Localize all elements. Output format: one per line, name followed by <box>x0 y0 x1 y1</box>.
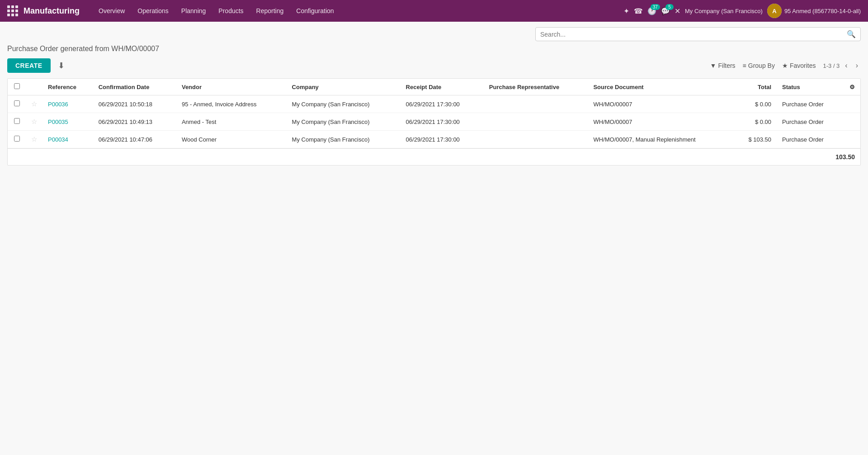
row-checkbox-cell[interactable] <box>8 131 26 148</box>
filters-button[interactable]: ▼ Filters <box>710 62 736 69</box>
chat-icon[interactable]: 💬 5 <box>661 7 670 15</box>
pagination-count: 1-3 / 3 <box>823 62 840 69</box>
data-table: Reference Confirmation Date Vendor Compa… <box>8 79 860 148</box>
row-star-cell[interactable]: ☆ <box>26 113 42 131</box>
row-company: My Company (San Francisco) <box>287 113 401 131</box>
main-content: 🔍 Purchase Order generated from WH/MO/00… <box>0 22 868 171</box>
row-star-cell[interactable]: ☆ <box>26 95 42 113</box>
nav-operations[interactable]: Operations <box>132 5 174 16</box>
nav-configuration[interactable]: Configuration <box>291 5 339 16</box>
col-header-company[interactable]: Company <box>287 79 401 95</box>
row-company: My Company (San Francisco) <box>287 131 401 148</box>
pagination: 1-3 / 3 ‹ › <box>823 61 861 71</box>
user-menu[interactable]: A 95 Anmed (8567780-14-0-all) <box>767 4 861 18</box>
company-name: My Company (San Francisco) <box>685 8 763 14</box>
table-row: ☆ P00036 06/29/2021 10:50:18 95 - Anmed,… <box>8 95 860 113</box>
bot-icon[interactable]: ✦ <box>623 7 629 15</box>
row-total: $ 0.00 <box>733 95 777 113</box>
favorite-star-icon[interactable]: ☆ <box>31 100 37 108</box>
favorites-button[interactable]: ★ Favorites <box>782 62 816 69</box>
row-purchase-rep <box>484 131 588 148</box>
filters-label: Filters <box>718 62 735 69</box>
nav-planning[interactable]: Planning <box>176 5 212 16</box>
favorite-header <box>26 79 42 95</box>
row-checkbox[interactable] <box>14 118 20 124</box>
nav-menu: Overview Operations Planning Products Re… <box>93 5 623 16</box>
row-confirmation-date: 06/29/2021 10:49:13 <box>93 113 176 131</box>
row-checkbox[interactable] <box>14 100 20 106</box>
row-status: Purchase Order <box>777 131 844 148</box>
table-row: ☆ P00035 06/29/2021 10:49:13 Anmed - Tes… <box>8 113 860 131</box>
row-reference[interactable]: P00036 <box>42 95 93 113</box>
groupby-icon: ≡ <box>743 62 746 69</box>
row-purchase-rep <box>484 95 588 113</box>
table-header-row: Reference Confirmation Date Vendor Compa… <box>8 79 860 95</box>
close-icon[interactable]: ✕ <box>675 7 680 15</box>
search-box[interactable]: 🔍 <box>535 27 861 41</box>
clock-icon[interactable]: 🕐 37 <box>647 7 656 15</box>
search-row: 🔍 <box>7 27 861 41</box>
row-source-doc: WH/MO/00007 <box>588 113 733 131</box>
select-all-header[interactable] <box>8 79 26 95</box>
row-settings <box>844 95 860 113</box>
apps-grid-icon[interactable] <box>7 5 18 16</box>
toolbar-left: CREATE ⬇ <box>7 58 68 73</box>
avatar: A <box>767 4 782 18</box>
row-reference[interactable]: P00034 <box>42 131 93 148</box>
col-header-total[interactable]: Total <box>733 79 777 95</box>
create-button[interactable]: CREATE <box>7 58 51 73</box>
group-by-button[interactable]: ≡ Group By <box>743 62 775 69</box>
row-settings <box>844 113 860 131</box>
toolbar-right: ▼ Filters ≡ Group By ★ Favorites 1-3 / 3… <box>710 61 861 71</box>
row-checkbox[interactable] <box>14 136 20 142</box>
row-company: My Company (San Francisco) <box>287 95 401 113</box>
row-confirmation-date: 06/29/2021 10:47:06 <box>93 131 176 148</box>
row-vendor: Anmed - Test <box>176 113 287 131</box>
col-header-vendor[interactable]: Vendor <box>176 79 287 95</box>
row-source-doc: WH/MO/00007, Manual Replenishment <box>588 131 733 148</box>
star-icon: ★ <box>782 62 788 69</box>
search-button[interactable]: 🔍 <box>847 30 856 38</box>
favorite-star-icon[interactable]: ☆ <box>31 118 37 125</box>
row-total: $ 0.00 <box>733 113 777 131</box>
export-button[interactable]: ⬇ <box>54 59 68 72</box>
topnav-right-area: ✦ ☎ 🕐 37 💬 5 ✕ My Company (San Francisco… <box>623 4 861 18</box>
row-status: Purchase Order <box>777 113 844 131</box>
nav-overview[interactable]: Overview <box>93 5 130 16</box>
col-header-status[interactable]: Status <box>777 79 844 95</box>
user-name: 95 Anmed (8567780-14-0-all) <box>784 8 861 14</box>
row-receipt-date: 06/29/2021 17:30:00 <box>401 131 484 148</box>
row-star-cell[interactable]: ☆ <box>26 131 42 148</box>
footer-total: 103.50 <box>835 153 855 161</box>
pagination-next[interactable]: › <box>853 61 861 71</box>
toolbar: CREATE ⬇ ▼ Filters ≡ Group By ★ Favorite… <box>7 58 861 73</box>
nav-products[interactable]: Products <box>213 5 249 16</box>
row-purchase-rep <box>484 113 588 131</box>
favorite-star-icon[interactable]: ☆ <box>31 135 37 143</box>
col-header-reference[interactable]: Reference <box>42 79 93 95</box>
row-receipt-date: 06/29/2021 17:30:00 <box>401 95 484 113</box>
nav-reporting[interactable]: Reporting <box>251 5 289 16</box>
table-row: ☆ P00034 06/29/2021 10:47:06 Wood Corner… <box>8 131 860 148</box>
row-checkbox-cell[interactable] <box>8 113 26 131</box>
search-input[interactable] <box>540 31 847 38</box>
pagination-prev[interactable]: ‹ <box>842 61 850 71</box>
clock-badge: 37 <box>651 4 660 10</box>
row-receipt-date: 06/29/2021 17:30:00 <box>401 113 484 131</box>
col-header-confirmation-date[interactable]: Confirmation Date <box>93 79 176 95</box>
phone-icon[interactable]: ☎ <box>634 7 643 15</box>
row-vendor: 95 - Anmed, Invoice Address <box>176 95 287 113</box>
col-header-purchase-rep[interactable]: Purchase Representative <box>484 79 588 95</box>
page-title: Purchase Order generated from WH/MO/0000… <box>7 45 861 53</box>
col-header-source-doc[interactable]: Source Document <box>588 79 733 95</box>
purchase-orders-table: Reference Confirmation Date Vendor Compa… <box>7 78 861 166</box>
row-reference[interactable]: P00035 <box>42 113 93 131</box>
col-header-receipt-date[interactable]: Receipt Date <box>401 79 484 95</box>
row-vendor: Wood Corner <box>176 131 287 148</box>
col-settings-icon[interactable]: ⚙ <box>844 79 860 95</box>
row-total: $ 103.50 <box>733 131 777 148</box>
row-checkbox-cell[interactable] <box>8 95 26 113</box>
select-all-checkbox[interactable] <box>14 83 20 89</box>
row-settings <box>844 131 860 148</box>
group-by-label: Group By <box>748 62 775 69</box>
